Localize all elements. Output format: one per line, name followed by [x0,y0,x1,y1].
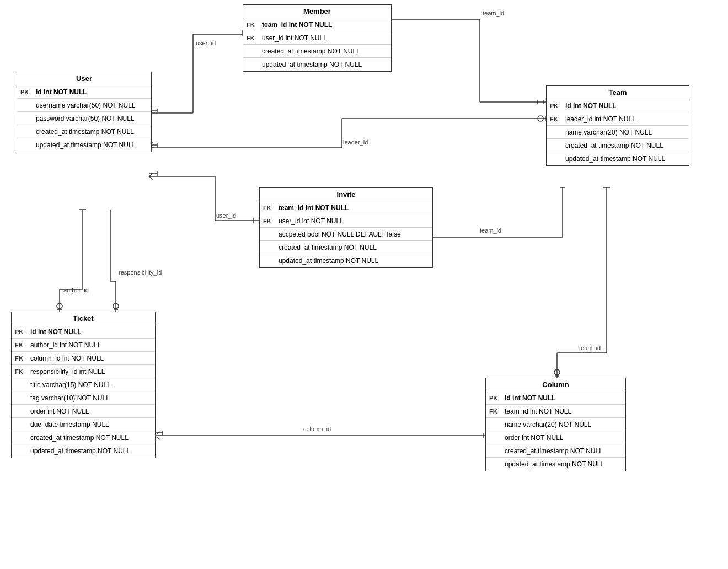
team-name-row: name varchar(20) NOT NULL [547,126,689,139]
ticket-table-header: Ticket [12,312,155,325]
invite-createdat-row: created_at timestamp NOT NULL [260,241,432,254]
member-updatedat-row: updated_at timestamp NOT NULL [243,58,391,71]
column-createdat-row: created_at timestamp NOT NULL [486,444,625,458]
member-table: Member FK team_id int NOT NULL FK user_i… [243,4,392,72]
svg-point-51 [113,303,119,309]
team-table: Team PK id int NOT NULL FK leader_id int… [546,85,689,166]
svg-line-31 [149,173,153,176]
column-table-header: Column [486,378,625,391]
svg-text:team_id: team_id [480,227,501,234]
user-table-header: User [17,72,151,85]
svg-text:team_id: team_id [483,10,504,17]
column-name-row: name varchar(20) NOT NULL [486,418,625,431]
column-order-row: order int NOT NULL [486,431,625,444]
svg-text:leader_id: leader_id [343,139,368,146]
user-updatedat-row: updated_at timestamp NOT NULL [17,138,151,152]
column-id-row: PK id int NOT NULL [486,391,625,405]
team-updatedat-row: updated_at timestamp NOT NULL [547,152,689,165]
invite-table-header: Invite [260,188,432,201]
team-leaderid-row: FK leader_id int NOT NULL [547,112,689,126]
column-updatedat-row: updated_at timestamp NOT NULL [486,458,625,471]
user-pk-label: PK [20,89,36,95]
ticket-responsibilityid-row: FK responsibility_id int NULL [12,365,155,378]
column-table: Column PK id int NOT NULL FK team_id int… [485,378,626,471]
ticket-createdat-row: created_at timestamp NOT NULL [12,431,155,444]
svg-line-32 [149,176,153,180]
svg-text:team_id: team_id [579,345,601,351]
ticket-title-row: title varchar(15) NOT NULL [12,378,155,391]
user-id-content: id int NOT NULL [36,88,148,96]
invite-userid-row: FK user_id int NOT NULL [260,214,432,228]
ticket-updatedat-row: updated_at timestamp NOT NULL [12,444,155,458]
ticket-id-row: PK id int NOT NULL [12,325,155,339]
member-table-header: Member [243,5,391,18]
svg-text:user_id: user_id [196,40,216,46]
ticket-authorid-row: FK author_id int NOT NULL [12,339,155,352]
team-table-header: Team [547,86,689,99]
user-username-row: username varchar(50) NOT NULL [17,99,151,112]
svg-text:user_id: user_id [216,212,236,219]
svg-point-19 [538,116,543,121]
diagram-container: user_id team_id leader_id [0,0,728,569]
ticket-duedate-row: due_date timestamp NULL [12,418,155,431]
svg-text:author_id: author_id [63,287,89,293]
svg-text:responsibility_id: responsibility_id [119,269,162,276]
team-id-row: PK id int NOT NULL [547,99,689,112]
user-id-row: PK id int NOT NULL [17,85,151,99]
svg-point-68 [554,369,560,375]
user-table: User PK id int NOT NULL username varchar… [17,72,152,152]
svg-point-44 [57,303,62,309]
ticket-columnid-row: FK column_id int NOT NULL [12,352,155,365]
invite-table: Invite FK team_id int NOT NULL FK user_i… [259,187,433,268]
ticket-table: Ticket PK id int NOT NULL FK author_id i… [11,312,156,458]
member-createdat-row: created_at timestamp NOT NULL [243,45,391,58]
user-createdat-row: created_at timestamp NOT NULL [17,125,151,138]
ticket-tag-row: tag varchar(10) NOT NULL [12,391,155,405]
ticket-order-row: order int NOT NULL [12,405,155,418]
member-teamid-row: FK team_id int NOT NULL [243,18,391,31]
invite-accpeted-row: accpeted bool NOT NULL DEFAULT false [260,228,432,241]
svg-text:column_id: column_id [303,426,331,432]
team-createdat-row: created_at timestamp NOT NULL [547,139,689,152]
invite-teamid-row: FK team_id int NOT NULL [260,201,432,214]
invite-updatedat-row: updated_at timestamp NOT NULL [260,254,432,267]
column-teamid-row: FK team_id int NOT NULL [486,405,625,418]
user-password-row: password varchar(50) NOT NULL [17,112,151,125]
member-userid-row: FK user_id int NOT NULL [243,31,391,45]
